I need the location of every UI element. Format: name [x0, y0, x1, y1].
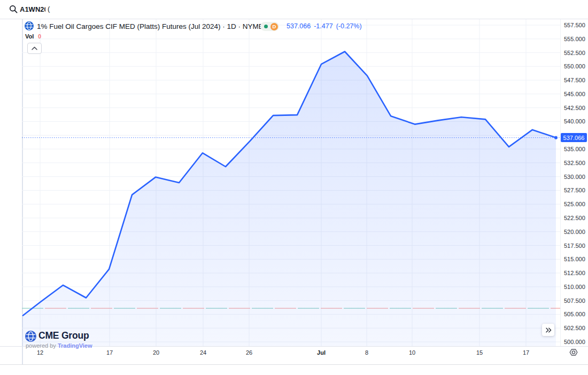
last-point-dot	[554, 136, 558, 139]
area-fill	[22, 52, 556, 347]
tradingview-link[interactable]: TradingView	[58, 342, 92, 349]
y-axis-label: 547.500	[564, 77, 585, 83]
current-price-badge: 537.066	[561, 133, 587, 142]
chart-pane[interactable]	[0, 0, 588, 375]
volume-value: 0	[38, 33, 41, 40]
y-axis-label: 545.000	[564, 91, 585, 97]
market-open-dot-icon	[264, 25, 268, 28]
axis-settings-button[interactable]	[569, 348, 578, 357]
x-axis-label: 15	[469, 349, 490, 356]
chart-page: ( 1% Fuel Oil Cargoes CIF MED (Platts) F…	[0, 0, 588, 375]
double-chevron-right-icon	[545, 327, 552, 333]
last-price: 537.066	[287, 22, 311, 30]
y-axis-label: 550.000	[564, 63, 585, 69]
y-axis-label: 515.000	[564, 256, 585, 262]
x-axis-label: 17	[515, 349, 537, 356]
y-axis-label: 532.500	[564, 160, 585, 166]
cme-group-wordmark: CME Group	[38, 330, 89, 341]
x-axis-label: Jul	[311, 349, 332, 356]
x-axis-label: 8	[356, 349, 377, 356]
y-axis-label: 520.000	[564, 229, 585, 235]
time-axis[interactable]: 1217202426Jul8101517	[0, 347, 588, 364]
market-status-pill: D	[260, 22, 279, 31]
y-axis-label: 517.500	[564, 243, 585, 249]
collapse-pane-button[interactable]	[27, 43, 42, 54]
y-axis-label: 555.000	[564, 36, 585, 42]
y-axis-label: 522.500	[564, 215, 585, 221]
x-axis-label: 20	[145, 349, 167, 356]
y-axis-label: 507.500	[564, 298, 585, 304]
price-axis[interactable]: 557.500555.000552.500550.000547.500545.0…	[562, 19, 588, 346]
cme-group-logo-icon	[25, 331, 36, 342]
y-axis-label: 552.500	[564, 50, 585, 56]
symbol-title: 1% Fuel Oil Cargoes CIF MED (Platts) Fut…	[37, 22, 268, 30]
x-axis-label: 24	[192, 349, 214, 356]
y-axis-label: 505.000	[564, 311, 585, 317]
go-to-realtime-button[interactable]	[542, 324, 554, 336]
gear-icon	[569, 348, 578, 357]
y-axis-label: 535.000	[564, 146, 585, 152]
y-axis-label: 510.000	[564, 284, 585, 290]
interval-d-badge: D	[270, 23, 278, 30]
price-readout: 537.066-1.477(-0.27%)	[287, 22, 365, 30]
x-axis-label: 10	[401, 349, 423, 356]
volume-label: Vol	[25, 33, 34, 40]
y-axis-label: 540.000	[564, 118, 585, 124]
price-change: -1.477	[314, 22, 332, 30]
chevron-up-icon	[31, 46, 38, 51]
y-axis-label: 530.000	[564, 174, 585, 180]
powered-by-text: powered by	[26, 342, 56, 349]
y-axis-label: 527.500	[564, 187, 585, 193]
x-axis-label: 17	[99, 349, 120, 356]
y-axis-label: 525.000	[564, 201, 585, 207]
x-axis-label: 26	[238, 349, 260, 356]
y-axis-label: 512.500	[564, 270, 585, 276]
cme-symbol-logo-icon	[25, 21, 34, 30]
y-axis-label: 502.500	[564, 325, 585, 331]
powered-by-line: powered by TradingView	[26, 342, 92, 349]
x-axis-label: 12	[29, 349, 51, 356]
y-axis-label: 542.500	[564, 105, 585, 111]
y-axis-label: 557.500	[564, 22, 585, 28]
y-axis-label: 500.000	[564, 339, 585, 345]
price-change-pct: (-0.27%)	[336, 22, 362, 30]
